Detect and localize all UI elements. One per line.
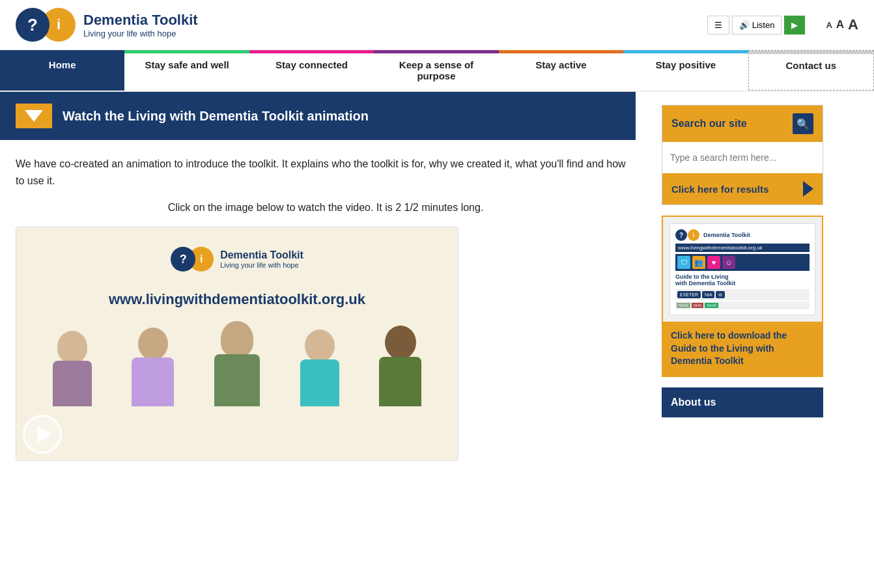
question-icon: ? xyxy=(16,8,49,42)
font-medium-button[interactable]: A xyxy=(836,18,844,31)
nav-item-stay-active[interactable]: Stay active xyxy=(499,50,623,91)
main-nav: Home Stay safe and well Stay connected K… xyxy=(0,50,874,92)
nav-item-stay-positive[interactable]: Stay positive xyxy=(623,50,748,91)
nav-item-stay-safe[interactable]: Stay safe and well xyxy=(124,50,249,91)
nav-item-keep-purpose[interactable]: Keep a sense of purpose xyxy=(374,50,498,91)
header-right: ☰ 🔊 Listen ▶ A A A xyxy=(707,16,858,35)
banner-title: Watch the Living with Dementia Toolkit a… xyxy=(63,109,369,124)
main-layout: Watch the Living with Dementia Toolkit a… xyxy=(0,92,874,477)
character-5 xyxy=(379,326,421,406)
guide-mockup-header: ? i Dementia Toolkit xyxy=(675,229,810,241)
play-icon xyxy=(37,425,51,443)
search-icon: 🔍 xyxy=(793,113,813,134)
animation-banner[interactable]: Watch the Living with Dementia Toolkit a… xyxy=(0,92,636,140)
sidebar: Search our site 🔍 Click here for results… xyxy=(651,92,834,477)
guide-mockup: ? i Dementia Toolkit www.livingwithdemen… xyxy=(670,223,815,315)
banner-icon xyxy=(16,104,52,128)
character-4 xyxy=(300,329,339,406)
header-controls: ☰ 🔊 Listen ▶ xyxy=(707,16,806,35)
search-input-area xyxy=(662,142,823,173)
search-btn-label: Click here for results xyxy=(671,184,768,195)
triangle-down-icon xyxy=(25,110,43,122)
speaker-icon: 🔊 xyxy=(739,20,750,30)
intro-text: We have co-created an animation to intro… xyxy=(16,156,636,189)
logo-text: Dementia Toolkit Living your life with h… xyxy=(83,12,198,38)
guide-text: Guide to the Livingwith Dementia Toolkit xyxy=(675,273,810,287)
listen-label: Listen xyxy=(752,20,775,30)
guide-download-link[interactable]: Click here to download the Guide to the … xyxy=(663,322,822,376)
video-characters xyxy=(29,321,445,406)
search-results-button[interactable]: Click here for results xyxy=(662,173,823,204)
content-area: Watch the Living with Dementia Toolkit a… xyxy=(0,92,651,477)
logo-id: id xyxy=(716,291,724,298)
nav-item-home[interactable]: Home xyxy=(0,50,124,91)
font-small-button[interactable]: A xyxy=(826,20,832,30)
video-logo-subtitle: Living your life with hope xyxy=(220,261,303,269)
logo-area: ? i Dementia Toolkit Living your life wi… xyxy=(16,8,198,42)
video-logo-icons: ? i xyxy=(171,247,214,272)
search-title: Search our site xyxy=(671,118,747,130)
video-logo-text: Dementia Toolkit Living your life with h… xyxy=(220,249,303,269)
logo-icons: ? i xyxy=(16,8,76,42)
video-url: www.livingwithdementiatoolkit.org.uk xyxy=(109,291,365,308)
about-widget[interactable]: About us xyxy=(662,387,823,417)
video-logo-title: Dementia Toolkit xyxy=(220,249,303,261)
video-thumbnail[interactable]: ? i Dementia Toolkit Living your life wi… xyxy=(16,227,458,461)
character-2 xyxy=(132,328,174,406)
site-title: Dementia Toolkit xyxy=(83,12,198,29)
nav-item-contact-us[interactable]: Contact us xyxy=(748,50,874,91)
click-instruction: Click on the image below to watch the vi… xyxy=(16,202,636,214)
listen-button[interactable]: 🔊 Listen xyxy=(732,16,782,35)
arrow-icon xyxy=(803,181,813,197)
search-widget: Search our site 🔍 Click here for results xyxy=(662,105,823,205)
video-logo: ? i Dementia Toolkit Living your life wi… xyxy=(171,247,303,272)
guide-widget: ? i Dementia Toolkit www.livingwithdemen… xyxy=(662,216,823,377)
menu-button[interactable]: ☰ xyxy=(707,16,729,35)
search-input[interactable] xyxy=(670,150,815,165)
site-subtitle: Living your life with hope xyxy=(83,29,198,38)
guide-footer-logos: EXETER NiA id xyxy=(675,289,810,300)
video-q-icon: ? xyxy=(171,247,195,272)
guide-image-area: ? i Dementia Toolkit www.livingwithdemen… xyxy=(663,217,822,322)
about-label: About us xyxy=(671,397,716,408)
character-3 xyxy=(214,321,260,406)
header: ? i Dementia Toolkit Living your life wi… xyxy=(0,0,874,50)
nav-item-stay-connected[interactable]: Stay connected xyxy=(249,50,374,91)
character-1 xyxy=(53,331,92,406)
font-size-controls: A A A xyxy=(826,16,858,33)
search-header: Search our site 🔍 xyxy=(662,105,823,142)
play-button[interactable]: ▶ xyxy=(784,16,805,35)
logo-nia: NiA xyxy=(702,291,714,298)
logo-exeter: EXETER xyxy=(677,291,701,298)
play-overlay[interactable] xyxy=(23,415,62,454)
guide-mockup-icons-row: 🛡 👥 ♥ ☺ xyxy=(675,254,810,271)
font-large-button[interactable]: A xyxy=(848,16,858,33)
